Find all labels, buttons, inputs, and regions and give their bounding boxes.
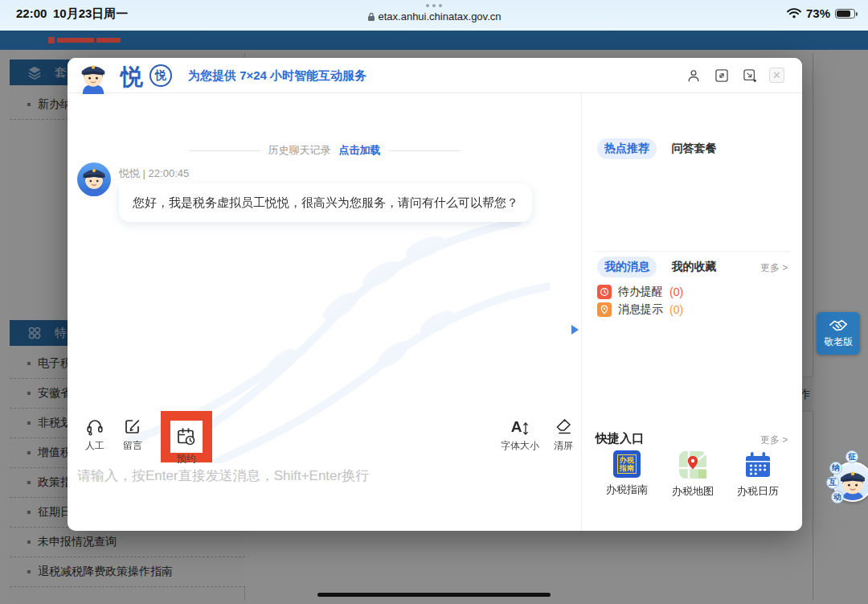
tab-hot-recommend[interactable]: 热点推荐 <box>597 138 657 159</box>
tab-my-favorites[interactable]: 我的收藏 <box>671 260 716 273</box>
bot-avatar <box>77 162 111 196</box>
quick-entry-title: 快捷入口 <box>596 431 644 446</box>
dialog-header: 悦 悦 为您提供 7×24 小时智能互动服务 ✕ <box>68 58 802 93</box>
notification-label: 消息提示 <box>618 302 663 317</box>
todo-reminder-row[interactable]: 待办提醒 (0) <box>597 285 683 299</box>
calendar-clock-icon <box>176 426 197 447</box>
interact-floating-badge[interactable]: 征 纳 互 动 <box>826 450 868 508</box>
mascot-avatar <box>76 59 111 94</box>
tool-label: 字体大小 <box>497 439 542 453</box>
status-time: 22:00 <box>16 6 47 20</box>
dialog-tagline: 为您提供 7×24 小时智能互动服务 <box>188 68 366 84</box>
notification-label: 待办提醒 <box>618 285 663 299</box>
home-indicator[interactable] <box>317 593 551 597</box>
tool-label: 预约 <box>161 452 212 466</box>
font-size-icon: A <box>497 415 542 436</box>
elder-mode-label: 敬老版 <box>824 335 853 349</box>
quick-link-tax-guide[interactable]: 办税指南 办税指南 <box>599 450 655 497</box>
notification-count: (0) <box>669 303 683 316</box>
battery-percent: 73% <box>806 6 830 20</box>
quick-link-tax-map[interactable]: 办税地图 <box>665 450 721 499</box>
tab-qa-package[interactable]: 问答套餐 <box>671 142 716 154</box>
history-label: 历史聊天记录 <box>268 143 331 158</box>
message-input[interactable] <box>77 468 559 484</box>
chat-area: 历史聊天记录 点击加载 悦悦 | 22:00:45 您好，我是税务虚拟员工悦悦，… <box>68 93 581 531</box>
clock-badge-icon <box>597 285 612 299</box>
tab-my-messages[interactable]: 我的消息 <box>597 257 657 277</box>
appointment-button[interactable] <box>170 421 203 453</box>
message-meta: 悦悦 | 22:00:45 <box>119 166 189 181</box>
font-size-button[interactable]: A 字体大小 <box>497 415 542 453</box>
user-icon[interactable] <box>685 67 702 84</box>
lock-icon <box>367 12 375 22</box>
tax-guide-icon: 办税指南 <box>613 450 641 478</box>
quick-link-label: 办税地图 <box>665 484 721 499</box>
appointment-highlight-box: 预约 <box>161 411 212 462</box>
status-bar: 22:00 10月23日周一 etax.anhui.chinatax.gov.c… <box>0 0 868 31</box>
more-messages-link[interactable]: 更多 > <box>760 261 788 275</box>
notification-count: (0) <box>669 286 683 298</box>
clear-screen-button[interactable]: 清屏 <box>541 415 581 453</box>
side-panel: 热点推荐 问答套餐 我的消息 我的收藏 更多 > 待办提醒 (0) 消息 <box>581 93 802 531</box>
tool-label: 清屏 <box>541 439 581 453</box>
more-quick-links[interactable]: 更多 > <box>760 433 788 447</box>
tab-dots-icon[interactable] <box>354 4 514 7</box>
leave-message-button[interactable]: 留言 <box>110 415 155 453</box>
screen: 套餐 新办纳税 特色 电子税务 安徽省电 非税划转 增值税专 政策指引 征期日历… <box>0 0 868 604</box>
tax-calendar-icon <box>743 450 772 479</box>
quick-link-label: 办税指南 <box>599 483 655 497</box>
compose-icon <box>110 415 155 436</box>
badge-char: 征 <box>845 450 858 463</box>
elder-mode-button[interactable]: 敬老版 <box>817 312 860 355</box>
expand-icon[interactable] <box>713 67 730 84</box>
history-divider: 历史聊天记录 点击加载 <box>68 143 581 158</box>
message-hint-row[interactable]: 消息提示 (0) <box>597 302 683 317</box>
chat-dialog: 悦 悦 为您提供 7×24 小时智能互动服务 ✕ <box>68 58 802 531</box>
quick-link-label: 办税日历 <box>730 484 786 499</box>
url-text: etax.anhui.chinatax.gov.cn <box>379 10 502 23</box>
battery-icon <box>835 9 855 18</box>
badge-char: 纳 <box>829 462 842 475</box>
badge-char: 互 <box>826 476 839 489</box>
tax-map-icon <box>678 450 707 479</box>
quick-link-tax-calendar[interactable]: 办税日历 <box>730 450 786 499</box>
tool-label: 留言 <box>110 439 155 453</box>
badge-char: 动 <box>831 491 844 503</box>
address-bar[interactable]: etax.anhui.chinatax.gov.cn <box>354 10 514 23</box>
handshake-icon <box>829 318 848 334</box>
brand-title: 悦 <box>121 62 143 92</box>
brand-badge: 悦 <box>149 64 172 87</box>
panel-collapse-arrow-icon[interactable] <box>571 325 579 335</box>
status-date: 10月23日周一 <box>53 6 128 22</box>
wifi-icon <box>787 8 801 18</box>
site-logo <box>48 35 153 44</box>
pin-badge-icon <box>597 302 612 317</box>
close-icon[interactable]: ✕ <box>769 68 784 83</box>
popout-icon[interactable] <box>741 67 758 84</box>
bot-message-bubble: 您好，我是税务虚拟员工悦悦，很高兴为您服务，请问有什么可以帮您？ <box>119 183 532 222</box>
eraser-icon <box>541 415 581 436</box>
load-history-link[interactable]: 点击加载 <box>339 143 381 158</box>
